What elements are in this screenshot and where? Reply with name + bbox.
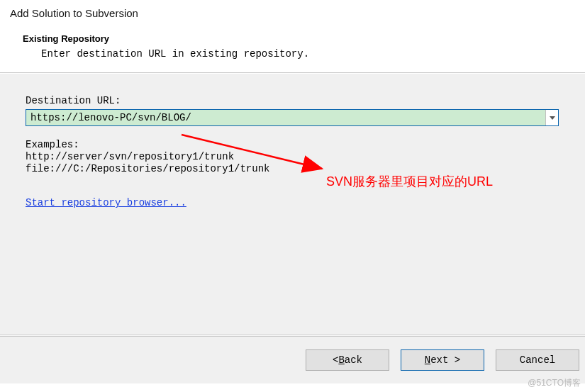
chevron-down-icon xyxy=(550,116,555,120)
destination-url-input[interactable] xyxy=(26,110,545,125)
destination-url-dropdown-button[interactable] xyxy=(545,110,558,125)
examples-label: Examples: xyxy=(26,139,559,151)
start-repository-browser-link[interactable]: Start repository browser... xyxy=(26,197,186,208)
destination-url-combo[interactable] xyxy=(26,109,559,126)
dialog-footer: < Back Next > Cancel xyxy=(0,336,585,383)
example-line-1: http://server/svn/repository1/trunk xyxy=(26,151,559,163)
watermark: @51CTO博客 xyxy=(528,377,581,389)
window-title: Add Solution to Subversion xyxy=(10,7,575,19)
dialog-header: Add Solution to Subversion Existing Repo… xyxy=(0,0,585,72)
example-line-2: file:///C:/Repositories/repository1/trun… xyxy=(26,163,559,175)
examples-block: Examples: http://server/svn/repository1/… xyxy=(26,139,559,174)
section-description: Enter destination URL in existing reposi… xyxy=(41,48,575,60)
cancel-button[interactable]: Cancel xyxy=(496,349,579,371)
section-heading: Existing Repository xyxy=(23,33,575,44)
back-button[interactable]: < Back xyxy=(306,349,389,371)
content-panel: Destination URL: Examples: http://server… xyxy=(0,74,585,335)
destination-url-label: Destination URL: xyxy=(26,95,559,106)
next-button[interactable]: Next > xyxy=(401,349,484,371)
